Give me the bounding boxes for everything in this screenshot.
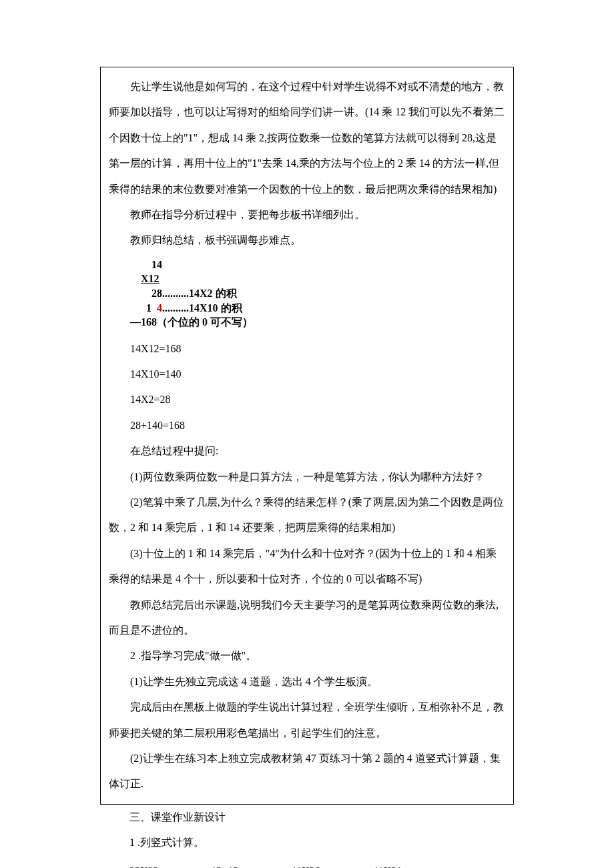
- section-2-item-2: (2)让学生在练习本上独立完成教材第 47 页练习十第 2 题的 4 道竖式计算…: [109, 746, 505, 797]
- section-2-item-1-detail: 完成后由在黑板上做题的学生说出计算过程，全班学生倾听，互相弥补不足，教师要把关键…: [109, 695, 505, 746]
- calc-line-3: 28..........14X2 的积: [130, 288, 237, 299]
- question-3: (3)十位上的 1 和 14 乘完后，"4"为什么和十位对齐？(因为十位上的 1…: [109, 541, 505, 592]
- paragraph-teacher-summary: 教师归纳总结，板书强调每步难点。: [109, 228, 505, 253]
- calc-line-2a: [130, 273, 141, 284]
- vertical-calculation: 14 X12 28..........14X2 的积 1 4..........…: [130, 258, 505, 330]
- calc-line-5: —168（个位的 0 可不写）: [130, 316, 253, 328]
- paragraph-teacher-guide: 教师在指导分析过程中，要把每步板书详细列出。: [109, 202, 505, 228]
- homework-heading: 三、课堂作业新设计: [108, 805, 506, 830]
- question-1: (1)两位数乘两位数一种是口算方法，一种是笔算方法，你认为哪种方法好？: [109, 464, 505, 490]
- homework-subheading: 1 .列竖式计算。: [108, 830, 506, 855]
- homework-problems-row: 33X33= 12×12= 11X26= 41X21=: [129, 859, 506, 868]
- paragraph-conclusion: 教师总结完后出示课题,说明我们今天主要学习的是笔算两位数乘两位数的乘法,而且是不…: [109, 592, 505, 644]
- homework-problem-4: 41X21=: [373, 859, 408, 868]
- paragraph-intro: 先让学生说他是如何写的，在这个过程中针对学生说得不对或不清楚的地方，教师要加以指…: [109, 74, 505, 202]
- calc-line-4b: ..........14X10 的积: [162, 302, 242, 314]
- homework-problem-3: 11X26=: [292, 859, 326, 868]
- equation-3: 14X2=28: [130, 387, 505, 412]
- equation-2: 14X10=140: [130, 362, 505, 387]
- section-2-item-1: (1)让学生先独立完成这 4 道题，选出 4 个学生板演。: [109, 669, 505, 695]
- calc-line-4a: 1: [130, 302, 157, 314]
- document-page: 先让学生说他是如何写的，在这个过程中针对学生说得不对或不清楚的地方，教师要加以指…: [0, 0, 614, 868]
- homework-section: 三、课堂作业新设计 1 .列竖式计算。 33X33= 12×12= 11X26=…: [100, 805, 514, 868]
- equation-list: 14X12=168 14X10=140 14X2=28 28+140=168: [130, 336, 505, 439]
- lesson-plan-box: 先让学生说他是如何写的，在这个过程中针对学生说得不对或不清楚的地方，教师要加以指…: [100, 67, 514, 805]
- calc-line-1: 14: [130, 259, 162, 270]
- equation-1: 14X12=168: [130, 336, 505, 362]
- homework-problem-2: 12×12=: [212, 859, 245, 868]
- paragraph-questions-intro: 在总结过程中提问:: [109, 438, 505, 464]
- question-2: (2)笔算中乘了几层,为什么？乘得的结果怎样？(乘了两层,因为第二个因数是两位数…: [109, 490, 505, 541]
- calc-line-2-multiplier: X12: [141, 273, 160, 284]
- homework-problem-1: 33X33=: [129, 859, 165, 868]
- section-2-heading: 2 .指导学习完成"做一做"。: [109, 643, 505, 669]
- equation-4: 28+140=168: [130, 413, 505, 438]
- calc-line-4-red-digit: 4: [157, 302, 162, 314]
